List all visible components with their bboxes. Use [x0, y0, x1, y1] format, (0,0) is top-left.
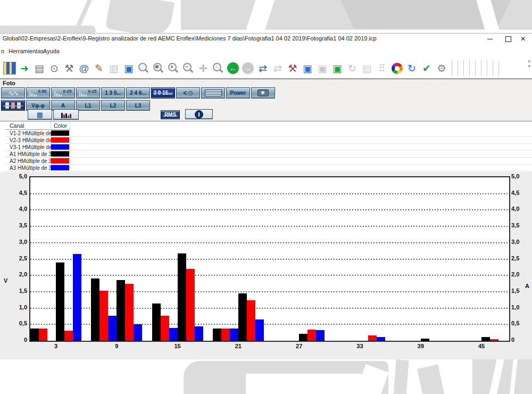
harmonic-cluster [213, 177, 266, 341]
legend-row[interactable]: V2-3 HMúltiple de 3 e ... [5, 137, 532, 144]
phase-button[interactable] [185, 109, 213, 119]
download-to-pc-icon[interactable]: ⇄ [255, 61, 270, 76]
y-tick-label: 4,5 [9, 190, 27, 196]
menu-item-cutoff[interactable]: o [1, 48, 4, 54]
tools-icon[interactable]: ⚒ [285, 61, 300, 76]
maximize-icon [505, 36, 511, 42]
pan-icon[interactable]: ✛ [196, 61, 211, 76]
l3-button[interactable]: L3 [126, 100, 150, 111]
data-bar [421, 339, 429, 341]
channel-color-swatch [51, 165, 69, 170]
instrument-config-icon[interactable]: ▣ [121, 61, 136, 76]
zoom-in-icon[interactable]: + [166, 61, 181, 76]
channel-color-swatch [51, 158, 69, 163]
folder-icon[interactable]: ▤ [360, 61, 375, 76]
report-icon[interactable]: ▥ [106, 61, 121, 76]
harmonics-0-15-button[interactable]: 0-15 [76, 87, 100, 98]
table-view-button[interactable] [201, 87, 225, 98]
harmonics-0-25-button[interactable]: 0-25 [51, 87, 75, 98]
palette-icon[interactable] [389, 61, 404, 76]
toolbar-divider [493, 60, 493, 76]
edit-session-icon: ✎ [95, 63, 103, 73]
grid-view-button[interactable]: ▦ [28, 109, 52, 120]
print-preview-icon: ⊙ [50, 63, 59, 73]
legend-row[interactable]: V3-1 HMúltiple de 3 e ... [5, 144, 532, 151]
dataview-logo-icon[interactable] [2, 61, 17, 76]
monitor-config-icon[interactable]: ▣ [300, 61, 315, 76]
wallpaper-shape [0, 26, 96, 33]
zoom-out-icon[interactable]: − [181, 61, 196, 76]
traffic-light-icon[interactable]: ⠿ [375, 61, 389, 76]
legend-row[interactable]: V1-2 HMúltiple de 3 e ... [5, 130, 532, 137]
toolbar-close-icon: ✕ [527, 59, 531, 64]
legend-row[interactable]: A2 HMúltiple de 3 e im... [5, 158, 532, 165]
monitor-download-icon[interactable]: ▣ [330, 61, 345, 76]
instruments-button[interactable] [1, 100, 25, 111]
y-tick-label: 5,0 [511, 173, 529, 179]
data-bar [368, 335, 377, 341]
forward-icon[interactable]: → [240, 61, 255, 76]
legend-header-color: Color [54, 122, 67, 130]
toolbar-overflow[interactable]: ✕▾ [527, 59, 531, 69]
menu-item-herramientas[interactable]: Herramientas [9, 48, 44, 54]
l1-button[interactable]: L1 [76, 100, 100, 111]
x-tick-label: 39 [410, 343, 431, 349]
menu-item-ayuda[interactable]: Ayuda [43, 48, 60, 54]
rms-button[interactable]: RMS [161, 110, 180, 119]
sync-clock-icon[interactable]: ↻ [345, 61, 360, 76]
harmonics-0-50-button[interactable]: 0-50 [26, 87, 50, 98]
bar-graph-button[interactable] [53, 109, 79, 120]
x-tick-label: 21 [228, 343, 249, 349]
tools-icon: ⚒ [288, 63, 297, 73]
report-check-icon[interactable]: ✔ [419, 61, 434, 76]
legend-row[interactable]: A1 HMúltiple de 3 e im... [5, 151, 532, 158]
zoom-icon[interactable] [136, 61, 151, 76]
power-button[interactable]: Power [226, 87, 250, 98]
toolbar-divider [487, 60, 487, 76]
odd-harmonics-button[interactable]: 1 3 5... [101, 87, 125, 98]
y-tick-label: 4,5 [511, 190, 529, 196]
legend-row[interactable]: A3 HMúltiple de 3 e im... [5, 165, 532, 171]
data-bar [307, 330, 316, 341]
open-session-icon[interactable]: ➜ [17, 61, 32, 76]
upload-to-instrument-icon[interactable]: ⇄ [270, 61, 285, 76]
button-label: 3 9 15... [153, 90, 172, 96]
l2-button[interactable]: L2 [101, 100, 125, 111]
channel-color-swatch [51, 144, 69, 150]
traffic-light-icon: ⠿ [378, 63, 386, 73]
harmonic-cluster [456, 177, 509, 341]
x-tick-label: 45 [471, 343, 492, 349]
edit-session-icon[interactable]: ✎ [92, 61, 106, 76]
print-setup-icon[interactable]: ⚒ [62, 61, 77, 76]
toolbar-divider [469, 60, 470, 76]
close-button[interactable]: ✕ [514, 34, 532, 44]
y-tick-label: 3,5 [511, 222, 529, 228]
range-label: 0-25 [63, 89, 71, 94]
zoom-original-icon: ✱ [153, 62, 164, 74]
phasor-button[interactable]: <◷ [176, 87, 200, 98]
report-icon: ▥ [109, 63, 119, 73]
settings-gear-icon[interactable]: ⚙ [434, 61, 449, 76]
harmonic-cluster [273, 177, 327, 341]
print-icon[interactable]: ▤ [32, 61, 47, 76]
button-label: L3 [135, 103, 142, 109]
toolbar-more-icon: ▾ [528, 64, 530, 69]
zoom-original-icon[interactable]: ✱ [151, 61, 166, 76]
back-icon[interactable]: ← [226, 61, 240, 76]
schedule-icon[interactable]: ↻ [404, 61, 419, 76]
minimize-button[interactable] [481, 34, 499, 44]
zoom-box-icon[interactable]: ▫ [211, 61, 226, 76]
waveform-button[interactable]: ∿∿ [1, 87, 25, 98]
harmonic-cluster [30, 177, 84, 341]
data-bar [238, 293, 247, 341]
y-tick-label: 4,0 [9, 206, 27, 212]
y-tick-label: 0,5 [511, 320, 529, 326]
button-label: Vφ-φ [31, 103, 44, 109]
even-harmonics-button[interactable]: 2 4 6... [126, 87, 150, 98]
snapshot-camera-button[interactable] [251, 87, 275, 98]
multiples-of-3-button[interactable]: 3 9 15... [151, 87, 175, 98]
harmonic-cluster [334, 177, 387, 341]
monitor-idle-icon[interactable]: ▣ [315, 61, 330, 76]
print-preview-icon[interactable]: ⊙ [47, 61, 62, 76]
address-book-icon[interactable]: @ [77, 61, 92, 76]
